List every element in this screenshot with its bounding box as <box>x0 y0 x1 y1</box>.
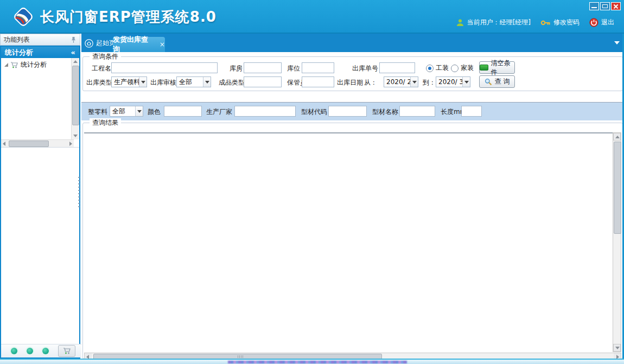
profile-code-input[interactable] <box>328 106 367 117</box>
chevron-down-icon[interactable] <box>203 77 211 87</box>
logout-button[interactable]: 退出 <box>589 18 614 27</box>
out-type-label: 出库类型 <box>86 78 112 87</box>
color-label: 颜色 <box>148 107 161 117</box>
document-tabstrip: 起始页 发货出库查询 × <box>81 34 624 52</box>
query-results-groupbox: 查询结果 <box>82 123 623 359</box>
date-label: 出库日期 <box>337 78 363 87</box>
out-type-combo[interactable]: 生产领料出库 <box>111 76 147 87</box>
date-to-picker[interactable]: 2020/ 3/16 <box>436 76 470 87</box>
sidebar-panel: 统计分析 « 统计分析 <box>0 46 80 359</box>
results-grid <box>84 132 614 133</box>
zl-combo[interactable]: 全部 <box>110 106 143 117</box>
order-no-input[interactable] <box>379 62 415 73</box>
out-type-value: 生产领料出库 <box>112 78 139 87</box>
radio-gongzhuang-label: 工装 <box>436 63 449 73</box>
minimize-button[interactable] <box>589 2 599 10</box>
home-icon <box>85 39 93 48</box>
scroll-up-button[interactable] <box>613 133 621 141</box>
dot-icon[interactable] <box>11 348 17 354</box>
expander-icon[interactable] <box>4 63 8 67</box>
splitter-handle[interactable] <box>78 177 80 207</box>
date-to-value: 2020/ 3/16 <box>436 78 462 86</box>
section-title: 统计分析 <box>5 48 33 58</box>
scroll-right-icon[interactable] <box>69 142 72 146</box>
grid-vertical-scrollbar[interactable] <box>613 132 621 352</box>
status-watermark <box>228 361 407 363</box>
radio-gongzhuang[interactable]: 工装 <box>426 63 449 73</box>
tree-horizontal-scrollbar[interactable] <box>1 139 74 147</box>
search-button[interactable]: 查 询 <box>479 75 515 88</box>
material-filter-band: 整零料 全部 颜色 生产厂家 型材代码 型材名称 长度mm <box>81 102 624 120</box>
audit-value: 全部 <box>177 78 203 87</box>
cart-shortcut-button[interactable] <box>58 345 75 357</box>
warehouse-label: 库房 <box>230 64 243 73</box>
product-type-input[interactable] <box>244 76 282 87</box>
tab-close-icon[interactable]: × <box>160 41 165 48</box>
clear-icon <box>480 65 488 71</box>
profile-code-label: 型材代码 <box>301 107 327 117</box>
clear-conditions-button[interactable]: 清空条件 <box>479 61 515 74</box>
app-title: 长风门窗ERP管理系统8.0 <box>40 8 217 27</box>
chevron-down-icon[interactable] <box>410 77 418 87</box>
chevron-down-icon[interactable] <box>462 77 470 87</box>
zl-value: 全部 <box>110 107 135 116</box>
collapse-icon[interactable]: « <box>71 48 75 56</box>
query-conditions-groupbox: 查询条件 工程名称 库房 库位 出库单号 工装 家装 清空条件 出库类型 <box>82 56 623 91</box>
product-type-label: 成品类型 <box>219 78 245 87</box>
tree-vertical-scrollbar[interactable] <box>71 58 79 139</box>
section-statistics-header[interactable]: 统计分析 « <box>1 47 79 58</box>
keeper-input[interactable] <box>302 76 334 87</box>
profile-name-input[interactable] <box>399 106 435 117</box>
scroll-down-icon[interactable] <box>73 135 78 137</box>
audit-label: 出库审核 <box>150 78 176 87</box>
radio-dot <box>451 65 459 72</box>
change-password-button[interactable]: 修改密码 <box>540 18 580 27</box>
search-icon <box>485 78 492 86</box>
cart-icon <box>10 61 18 69</box>
scroll-thumb[interactable] <box>72 66 79 125</box>
length-input[interactable] <box>461 106 482 117</box>
dot-icon[interactable] <box>42 348 49 354</box>
scroll-thumb[interactable] <box>9 141 49 147</box>
order-no-label: 出库单号 <box>352 64 378 73</box>
date-from-value: 2020/ 2/16 <box>384 78 410 86</box>
close-button[interactable] <box>611 2 621 10</box>
scroll-thumb[interactable] <box>614 142 621 234</box>
function-list-header: 功能列表 <box>0 34 80 46</box>
cart-icon <box>63 347 71 355</box>
location-input[interactable] <box>302 62 334 73</box>
tab-home[interactable]: 起始页 <box>85 39 116 48</box>
project-name-input[interactable] <box>111 62 218 73</box>
sidebar: 功能列表 统计分析 « 统计分析 <box>0 34 80 359</box>
radio-dot <box>426 65 434 72</box>
thumb-grip <box>238 355 243 358</box>
current-user-label: 当前用户：经理[经理] <box>467 18 531 27</box>
chevron-down-icon[interactable] <box>135 106 143 116</box>
app-logo <box>11 4 36 31</box>
maximize-button[interactable] <box>600 2 610 10</box>
tree-root[interactable]: 统计分析 <box>1 58 79 71</box>
color-input[interactable] <box>164 106 202 117</box>
statistics-tree: 统计分析 <box>1 58 79 148</box>
chevron-down-icon[interactable] <box>139 77 147 87</box>
factory-label: 生产厂家 <box>206 107 232 117</box>
date-from-picker[interactable]: 2020/ 2/16 <box>384 76 418 87</box>
warehouse-input[interactable] <box>244 62 282 73</box>
radio-jiazhuang-label: 家装 <box>461 63 474 73</box>
window-controls <box>589 2 621 10</box>
factory-input[interactable] <box>234 106 296 117</box>
scroll-down-button[interactable] <box>613 344 621 352</box>
date-from-label: 从： <box>364 78 377 87</box>
tab-shipping-query[interactable]: 发货出库查询 × <box>113 37 165 52</box>
clear-conditions-label: 清空条件 <box>491 59 514 77</box>
audit-combo[interactable]: 全部 <box>176 76 211 87</box>
scroll-left-icon[interactable] <box>3 142 5 146</box>
tab-list-dropdown-icon[interactable] <box>614 41 620 44</box>
scroll-up-icon[interactable] <box>73 60 78 63</box>
radio-jiazhuang[interactable]: 家装 <box>451 63 474 73</box>
user-icon <box>456 18 464 27</box>
pin-icon[interactable] <box>71 36 77 43</box>
user-bar: 当前用户：经理[经理] 修改密码 退出 <box>449 18 614 27</box>
dot-icon[interactable] <box>27 348 33 354</box>
key-icon <box>540 18 551 27</box>
